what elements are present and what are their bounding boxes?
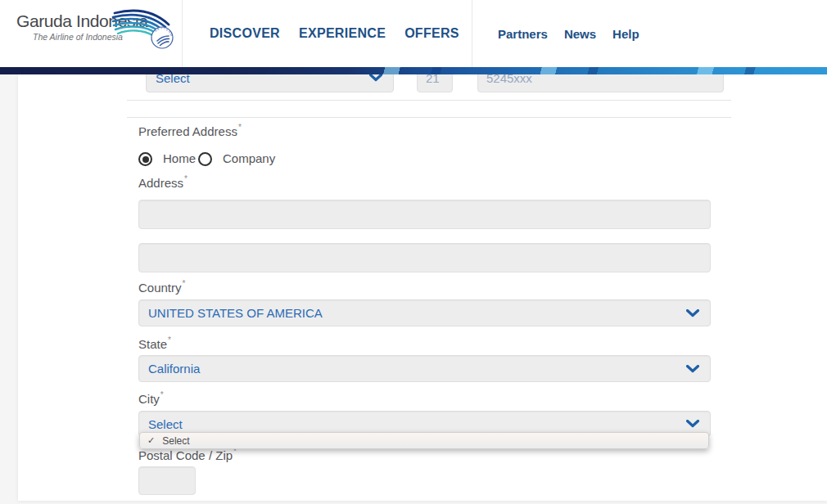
city-dropdown-menu: ✓ Select	[139, 432, 709, 449]
country-label: Country*	[138, 281, 185, 295]
required-asterisk: *	[238, 123, 242, 132]
radio-company-label[interactable]: Company	[223, 151, 275, 165]
chevron-down-icon	[686, 309, 699, 317]
city-dropdown-option-label: Select	[162, 435, 189, 447]
city-label: City*	[138, 392, 164, 406]
radio-home-label[interactable]: Home	[163, 151, 196, 165]
postal-code-input[interactable]	[138, 466, 196, 495]
section-divider-bottom	[127, 117, 731, 118]
state-select[interactable]: California	[138, 355, 711, 382]
city-dropdown-option-select[interactable]: ✓ Select	[147, 435, 701, 447]
section-divider-top	[127, 100, 731, 101]
brand-stripe-pattern	[331, 67, 827, 74]
nav-offers[interactable]: OFFERS	[404, 26, 459, 41]
nav-discover[interactable]: DISCOVER	[210, 26, 280, 41]
chevron-down-icon	[686, 365, 699, 373]
nav-help[interactable]: Help	[612, 27, 639, 41]
radio-home[interactable]	[138, 152, 152, 166]
city-select-value: Select	[148, 417, 183, 431]
state-select-value: California	[148, 362, 200, 376]
header-divider-right	[472, 0, 472, 67]
address-line-1-input[interactable]	[138, 200, 711, 229]
preferred-address-label: Preferred Address*	[138, 124, 242, 138]
garuda-logo[interactable]: Garuda Indonesia The Airline of Indonesi…	[16, 11, 180, 57]
required-asterisk: *	[183, 279, 186, 288]
header-divider-left	[182, 0, 183, 67]
secondary-nav: Partners News Help	[498, 0, 639, 67]
address-line-2-input[interactable]	[138, 243, 711, 272]
state-label: State*	[138, 337, 171, 351]
chevron-down-icon	[686, 420, 699, 428]
content-card: Select Preferred Address* Home Company A…	[18, 74, 827, 501]
nav-partners[interactable]: Partners	[498, 27, 548, 41]
page: Garuda Indonesia The Airline of Indonesi…	[0, 0, 827, 504]
country-select[interactable]: UNITED STATES OF AMERICA	[138, 299, 711, 326]
nav-news[interactable]: News	[564, 27, 596, 41]
radio-company[interactable]	[198, 152, 212, 166]
brand-stripe-bar	[0, 67, 827, 74]
site-header: Garuda Indonesia The Airline of Indonesi…	[0, 0, 827, 67]
required-asterisk: *	[168, 335, 171, 344]
skyteam-logo-icon: SKYTEAM	[150, 25, 174, 50]
nav-experience[interactable]: EXPERIENCE	[299, 26, 386, 41]
required-asterisk: *	[160, 390, 164, 399]
chevron-down-icon	[369, 74, 382, 82]
primary-nav: DISCOVER EXPERIENCE OFFERS	[210, 0, 459, 67]
address-label: Address*	[138, 176, 188, 190]
check-icon: ✓	[147, 435, 155, 446]
country-select-value: UNITED STATES OF AMERICA	[148, 306, 323, 320]
required-asterisk: *	[184, 174, 188, 183]
postal-label: Postal Code / Zip*	[138, 448, 237, 462]
